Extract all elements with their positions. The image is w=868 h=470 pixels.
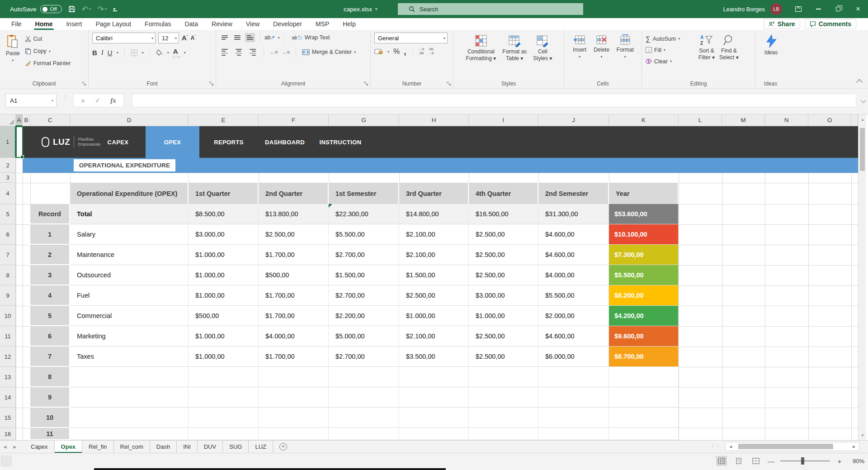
avatar[interactable]: LB xyxy=(770,3,782,15)
share-button[interactable]: Share xyxy=(764,19,800,29)
scroll-down-icon[interactable]: ▼ xyxy=(859,430,867,440)
column-header-A[interactable]: A xyxy=(16,114,23,126)
sheet-tab-dash[interactable]: Dash xyxy=(150,441,177,453)
close-button[interactable]: × xyxy=(848,0,868,18)
menu-tab-developer[interactable]: Developer xyxy=(266,18,309,30)
normal-view-icon[interactable] xyxy=(716,456,727,466)
row-header-11[interactable]: 11 xyxy=(0,326,16,347)
column-header-J[interactable]: J xyxy=(538,114,609,126)
scroll-right-icon[interactable]: ▶ xyxy=(849,442,859,451)
row-header-15[interactable]: 15 xyxy=(0,408,16,428)
align-center-button[interactable] xyxy=(234,47,244,58)
column-header-L[interactable]: L xyxy=(679,114,722,126)
row-header-4[interactable]: 4 xyxy=(0,183,16,204)
sheet-tab-sug[interactable]: SUG xyxy=(223,441,249,453)
name-box[interactable]: A1▾ xyxy=(5,94,57,107)
cell-styles-button[interactable]: Cell Styles ▾ xyxy=(531,33,554,79)
column-header-G[interactable]: G xyxy=(329,114,399,126)
row-header-14[interactable]: 14 xyxy=(0,387,16,408)
fill-color-button[interactable] xyxy=(156,49,163,56)
font-dialog-launcher-icon[interactable] xyxy=(209,81,214,86)
zoom-slider-handle[interactable] xyxy=(801,457,804,465)
row-header-2[interactable]: 2 xyxy=(0,158,16,173)
column-header-E[interactable]: E xyxy=(189,114,259,126)
redo-button[interactable]: ↷▾ xyxy=(97,5,107,13)
shrink-font-button[interactable]: Aˇ xyxy=(191,35,196,41)
decrease-indent-button[interactable]: ←≡ xyxy=(270,49,278,55)
number-dialog-launcher-icon[interactable] xyxy=(446,81,452,86)
column-header-B[interactable]: B xyxy=(23,114,30,126)
font-size-combo[interactable]: 12▾ xyxy=(158,33,179,43)
sheet-tab-luz[interactable]: LUZ xyxy=(249,441,273,453)
column-header-H[interactable]: H xyxy=(399,114,469,126)
menu-tab-help[interactable]: Help xyxy=(336,18,363,30)
enter-formula-icon[interactable]: ✓ xyxy=(95,96,101,104)
fill-button[interactable]: ↓Fill▾ xyxy=(646,45,696,55)
conditional-formatting-button[interactable]: Conditional Formatting ▾ xyxy=(464,33,499,79)
cancel-formula-icon[interactable]: × xyxy=(81,97,85,104)
format-as-table-button[interactable]: Format as Table ▾ xyxy=(500,33,529,79)
ribbon-display-options-icon[interactable] xyxy=(788,0,808,18)
user-name[interactable]: Leandro Borges xyxy=(723,6,765,13)
formula-bar-grip[interactable]: ⋮ xyxy=(62,96,64,105)
insert-cells-button[interactable]: Insert▾ xyxy=(571,33,589,79)
column-header-O[interactable]: O xyxy=(808,114,851,126)
formula-input[interactable] xyxy=(132,94,856,107)
merge-center-button[interactable]: Merge & Center▾ xyxy=(302,47,356,57)
font-color-button[interactable]: A xyxy=(173,47,180,58)
menu-tab-home[interactable]: Home xyxy=(28,18,60,30)
row-header-1[interactable]: 1 xyxy=(0,126,16,158)
vertical-scrollbar[interactable]: ▲ ▼ xyxy=(858,114,866,440)
menu-tab-insert[interactable]: Insert xyxy=(59,18,89,30)
horizontal-scrollbar[interactable]: ◀ ▶ xyxy=(725,442,859,451)
increase-indent-button[interactable]: →≡ xyxy=(282,49,289,55)
page-break-view-icon[interactable] xyxy=(750,456,761,466)
horizontal-scroll-thumb[interactable] xyxy=(738,444,833,449)
menu-tab-review[interactable]: Review xyxy=(205,18,239,30)
menu-tab-msp[interactable]: MSP xyxy=(309,18,336,30)
column-header-F[interactable]: F xyxy=(259,114,329,126)
zoom-slider[interactable] xyxy=(780,461,830,461)
row-header-6[interactable]: 6 xyxy=(0,224,16,245)
column-header-D[interactable]: D xyxy=(70,114,189,126)
borders-button[interactable] xyxy=(131,49,138,57)
align-bottom-button[interactable] xyxy=(245,33,255,42)
wrap-text-button[interactable]: ab⮌ Wrap Text xyxy=(292,33,330,43)
sheet-tab-rel_fin[interactable]: Rel_fin xyxy=(82,441,113,453)
sheet-tab-duv[interactable]: DUV xyxy=(198,441,223,453)
row-header-16[interactable]: 16 xyxy=(0,428,16,440)
sheet-nav-right-icon[interactable]: ▶ xyxy=(10,441,20,453)
clear-button[interactable]: Clear▾ xyxy=(646,57,696,66)
expand-formula-bar-icon[interactable] xyxy=(861,98,866,103)
row-header-9[interactable]: 9 xyxy=(0,285,16,306)
ideas-button[interactable]: Ideas xyxy=(759,33,783,58)
restore-button[interactable] xyxy=(828,0,848,18)
menu-tab-formulas[interactable]: Formulas xyxy=(138,18,178,30)
cut-button[interactable]: Cut xyxy=(25,34,71,44)
align-right-button[interactable] xyxy=(248,47,258,58)
font-name-combo[interactable]: Calibri▾ xyxy=(92,33,156,43)
select-all-corner[interactable] xyxy=(0,114,16,126)
column-header-K[interactable]: K xyxy=(609,114,679,126)
selected-cell-a1[interactable] xyxy=(16,126,23,158)
row-header-10[interactable]: 10 xyxy=(0,306,16,326)
row-header-8[interactable]: 8 xyxy=(0,265,16,285)
sheet-tab-opex[interactable]: Opex xyxy=(55,441,83,453)
sheet-tab-ini[interactable]: INI xyxy=(177,441,198,453)
save-icon[interactable] xyxy=(68,5,75,13)
search-input[interactable]: Search xyxy=(398,3,583,15)
menu-tab-data[interactable]: Data xyxy=(178,18,205,30)
banner-tab-dashboard[interactable]: DASHBOARD xyxy=(257,126,313,158)
zoom-level[interactable]: 90% xyxy=(849,458,864,465)
banner-tab-capex[interactable]: CAPEX xyxy=(95,126,141,158)
minimize-button[interactable] xyxy=(808,0,828,18)
undo-button[interactable]: ↶▾ xyxy=(82,5,91,13)
bold-button[interactable]: B xyxy=(92,49,97,57)
tab-scroll-splitter[interactable]: ⋮⋮ xyxy=(711,443,721,448)
document-title[interactable]: capex.xlsx▾ xyxy=(344,0,377,18)
collapse-ribbon-icon[interactable] xyxy=(856,79,863,85)
increase-decimal-button[interactable]: ←0.00 xyxy=(419,47,424,56)
column-header-M[interactable]: M xyxy=(722,114,765,126)
page-layout-view-icon[interactable] xyxy=(733,456,744,466)
vertical-scroll-thumb[interactable] xyxy=(860,128,865,171)
